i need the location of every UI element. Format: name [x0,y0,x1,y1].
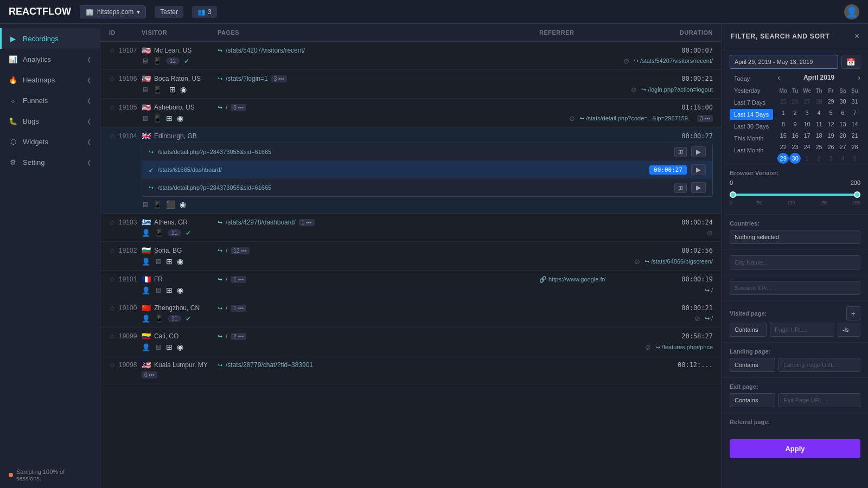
calendar-next[interactable]: › [858,73,860,82]
sidebar-item-recordings[interactable]: ▶ Recordings [0,28,100,49]
star-icon[interactable]: ☆ [109,361,116,369]
city-input[interactable] [730,255,860,269]
cal-day[interactable]: 17 [801,130,813,141]
date-range-input[interactable] [730,55,838,69]
cal-day[interactable]: 2 [789,107,801,118]
cal-day[interactable]: 28 [813,96,825,107]
cal-day[interactable]: 22 [777,142,789,152]
cal-day[interactable]: 27 [801,96,813,107]
cal-day[interactable]: 1 [801,153,813,164]
sidebar-item-widgets[interactable]: ⬡ Widgets ❮ [0,131,100,152]
cal-day[interactable]: 31 [849,96,860,107]
close-button[interactable]: × [854,31,859,41]
quick-last14[interactable]: Last 14 Days [730,109,773,120]
cal-day[interactable]: 16 [789,130,801,141]
cal-day-selected-start[interactable]: 29 [777,153,789,164]
play-button[interactable]: ▶ [691,182,706,193]
quick-today[interactable]: Today [730,73,773,84]
apply-button[interactable]: Apply [730,439,860,458]
cal-day[interactable]: 20 [837,130,848,141]
cal-day[interactable]: 12 [825,119,837,130]
star-icon[interactable]: ☆ [109,75,116,83]
cal-day[interactable]: 23 [789,142,801,152]
cal-day[interactable]: 3 [801,107,813,118]
calendar-prev[interactable]: ‹ [777,73,780,82]
landing-url-input[interactable] [778,358,860,372]
visited-flag-select[interactable]: -ls [838,323,860,337]
star-icon[interactable]: ☆ [109,47,116,55]
visited-add-button[interactable]: + [846,306,860,320]
cal-day[interactable]: 24 [801,142,813,152]
cal-day[interactable]: 5 [849,153,860,164]
cal-day[interactable]: 25 [813,142,825,152]
visited-operator-select[interactable]: Contains [730,323,767,337]
cal-day[interactable]: 26 [789,96,801,107]
cal-day[interactable]: 8 [777,119,789,130]
star-icon[interactable]: ☆ [109,132,116,140]
cal-day[interactable]: 18 [813,130,825,141]
cal-day[interactable]: 19 [825,130,837,141]
play-button[interactable]: ▶ [691,146,706,157]
star-icon[interactable]: ☆ [109,275,116,284]
sidebar-item-analytics[interactable]: 📊 Analytics ❮ [0,49,100,69]
cal-day[interactable]: 21 [849,130,860,141]
sidebar-item-bugs[interactable]: 🐛 Bugs ❮ [0,111,100,131]
sidebar-item-setting[interactable]: ⚙ Setting ❮ [0,152,100,172]
cal-day[interactable]: 27 [837,142,848,152]
cal-day[interactable]: 2 [813,153,825,164]
cal-day[interactable]: 29 [825,96,837,107]
cal-day[interactable]: 15 [777,130,789,141]
site-selector[interactable]: 🏢 hitsteps.com ▾ [80,5,146,18]
sidebar-item-heatmaps[interactable]: 🔥 Heatmaps ❮ [0,69,100,90]
cal-day[interactable]: 4 [837,153,848,164]
enter-icon: ↪ [218,276,222,283]
device-icon: 👤 [142,258,150,266]
slider-thumb-right[interactable] [854,191,860,198]
star-icon[interactable]: ☆ [109,219,116,227]
sidebar-item-label-recordings: Recordings [23,35,59,43]
star-icon[interactable]: ☆ [109,304,116,312]
cal-day[interactable]: 4 [813,107,825,118]
quick-lastmonth[interactable]: Last Month [730,145,773,156]
cal-day[interactable]: 28 [849,142,860,152]
cal-day[interactable]: 6 [837,107,848,118]
user-avatar[interactable]: 👤 [844,4,859,20]
verified-icon: ✔ [186,229,191,237]
row-id: 19106 [119,75,137,82]
cal-day[interactable]: 30 [837,96,848,107]
exit-url-input[interactable] [778,393,860,407]
slider-thumb-left[interactable] [730,191,736,198]
visited-url-input[interactable] [770,323,834,337]
play-button-small[interactable]: ⊞ [674,183,687,193]
sidebar-item-label-widgets: Widgets [23,138,48,146]
quick-thismonth[interactable]: This Month [730,133,773,144]
cal-day[interactable]: 10 [801,119,813,130]
quick-last30[interactable]: Last 30 Days [730,121,773,132]
cal-day[interactable]: 5 [825,107,837,118]
flag-icon: 🇺🇸 [142,103,151,112]
countries-select[interactable]: Nothing selected [730,230,860,244]
cal-day[interactable]: 26 [825,142,837,152]
landing-operator-select[interactable]: Contains [730,358,775,372]
session-input[interactable] [730,281,860,295]
play-button[interactable]: ▶ [691,164,706,175]
cal-day-selected-end[interactable]: 30 [789,153,801,164]
cal-day[interactable]: 1 [777,107,789,118]
exit-operator-select[interactable]: Contains [730,393,775,407]
calendar-button[interactable]: 📅 [841,55,860,69]
cal-day[interactable]: 25 [777,96,789,107]
device-icon: 🖥 [155,258,162,266]
star-icon[interactable]: ☆ [109,247,116,255]
cal-day[interactable]: 14 [849,119,860,130]
cal-day[interactable]: 3 [825,153,837,164]
quick-last7[interactable]: Last 7 Days [730,97,773,108]
cal-day[interactable]: 11 [813,119,825,130]
sidebar-item-funnels[interactable]: ⬦ Funnels ❮ [0,90,100,111]
star-icon[interactable]: ☆ [109,104,116,112]
cal-day[interactable]: 7 [849,107,860,118]
quick-yesterday[interactable]: Yesterday [730,85,773,96]
play-button-small[interactable]: ⊞ [674,147,687,157]
cal-day[interactable]: 13 [837,119,848,130]
cal-day[interactable]: 9 [789,119,801,130]
star-icon[interactable]: ☆ [109,332,116,341]
